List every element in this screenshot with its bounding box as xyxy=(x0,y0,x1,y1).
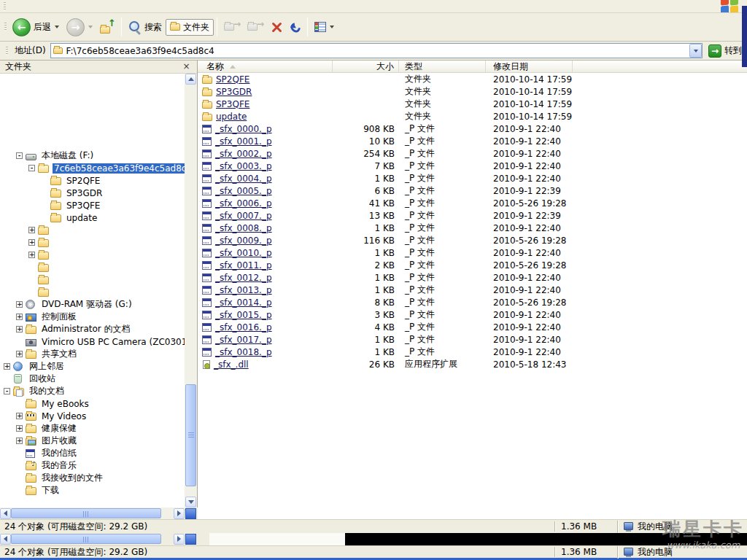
address-input[interactable]: F:\7c6eb58ceae3a63f9e4c5ad8c4 xyxy=(50,43,703,58)
expand-toggle[interactable] xyxy=(16,326,23,332)
folders-button[interactable]: 文件夹 xyxy=(166,19,214,36)
copy-to-button[interactable]: → xyxy=(244,19,267,35)
tree-item[interactable]: DVD-RAM 驱动器 (G:) xyxy=(0,298,185,311)
expand-toggle[interactable] xyxy=(16,314,23,320)
column-header-name[interactable]: 名称 xyxy=(198,61,333,72)
back-button[interactable]: ← 后退 xyxy=(9,17,63,38)
file-name-link[interactable]: _sfx_0018._p xyxy=(215,347,272,357)
file-row[interactable]: _sfx_0007._p 13 KB _P 文件 2010-9-1 22:39 xyxy=(198,209,747,222)
tree-item[interactable]: 图片收藏 xyxy=(0,435,185,447)
scroll-thumb[interactable] xyxy=(185,384,196,486)
tree-item[interactable] xyxy=(0,273,185,286)
expand-toggle[interactable] xyxy=(4,388,10,394)
tree-item[interactable] xyxy=(0,261,185,273)
tree-item[interactable]: My Videos xyxy=(0,410,185,422)
tree-item[interactable]: 共享文档 xyxy=(0,348,185,360)
move-to-button[interactable]: → xyxy=(220,19,244,35)
file-row[interactable]: _sfx_0013._p 1 KB _P 文件 2010-9-1 22:40 xyxy=(198,284,747,296)
expand-toggle[interactable] xyxy=(16,351,23,357)
file-row[interactable]: _sfx_0018._p 1 KB _P 文件 2010-9-1 22:40 xyxy=(198,346,747,358)
file-name-link[interactable]: SP3GDR xyxy=(216,87,252,97)
file-name-link[interactable]: SP2QFE xyxy=(216,74,249,85)
expand-toggle[interactable] xyxy=(16,301,23,308)
file-name-link[interactable]: _sfx_0012._p xyxy=(215,273,272,283)
tree-item[interactable]: Administrator 的文档 xyxy=(0,323,185,335)
file-row[interactable]: _sfx_0002._p 254 KB _P 文件 2010-9-1 22:40 xyxy=(198,147,747,160)
file-row[interactable]: update 文件夹 2010-10-14 17:59 xyxy=(198,110,747,122)
file-name-link[interactable]: _sfx_0003._p xyxy=(215,161,272,171)
column-header-size[interactable]: 大小 xyxy=(333,61,399,72)
file-row[interactable]: _sfx_0016._p 4 KB _P 文件 2010-9-1 22:40 xyxy=(198,321,747,333)
file-name-link[interactable]: SP3QFE xyxy=(216,99,249,109)
file-name-link[interactable]: _sfx_0005._p xyxy=(215,186,272,196)
file-name-link[interactable]: _sfx_0002._p xyxy=(215,149,272,159)
file-row[interactable]: _sfx_0005._p 6 KB _P 文件 2010-9-1 22:39 xyxy=(198,184,747,197)
tree-horizontal-scrollbar[interactable] xyxy=(0,508,198,519)
close-folders-icon[interactable] xyxy=(181,62,192,72)
file-row[interactable]: _sfx_0003._p 7 KB _P 文件 2010-9-1 22:40 xyxy=(198,160,747,172)
address-dropdown-button[interactable] xyxy=(689,44,702,58)
views-button[interactable] xyxy=(311,20,338,34)
tree-item[interactable] xyxy=(0,224,185,236)
file-row[interactable]: _sfx_0015._p 3 KB _P 文件 2010-9-1 22:40 xyxy=(198,308,747,321)
menu-item[interactable] xyxy=(34,6,47,7)
up-button[interactable]: ↑ xyxy=(96,19,118,35)
file-row[interactable]: _sfx_0004._p 1 KB _P 文件 2010-9-1 22:40 xyxy=(198,172,747,184)
file-name-link[interactable]: _sfx_0014._p xyxy=(215,298,272,308)
column-header-date[interactable]: 修改日期 xyxy=(486,61,573,72)
scroll-left-button[interactable] xyxy=(0,508,11,519)
expand-toggle[interactable] xyxy=(16,152,23,159)
search-button[interactable]: 搜索 xyxy=(125,19,166,35)
tree-item[interactable]: 我的文档 xyxy=(0,385,185,397)
file-name-link[interactable]: _sfx_0011._p xyxy=(215,260,272,271)
tree-item[interactable]: update xyxy=(0,211,185,224)
tree-item[interactable]: 我接收到的文件 xyxy=(0,472,185,484)
file-name-link[interactable]: _sfx_0017._p xyxy=(215,335,272,345)
file-name-link[interactable]: update xyxy=(216,112,247,122)
views-dropdown-icon[interactable] xyxy=(330,26,334,28)
back-dropdown-icon[interactable] xyxy=(55,26,59,28)
tree-item[interactable] xyxy=(0,249,185,261)
file-row[interactable]: _sfx_0012._p 1 KB _P 文件 2010-9-1 22:40 xyxy=(198,271,747,284)
file-name-link[interactable]: _sfx_0008._p xyxy=(215,223,272,233)
delete-button[interactable] xyxy=(267,20,287,35)
menu-item[interactable] xyxy=(8,6,21,7)
column-header-type[interactable]: 类型 xyxy=(399,61,486,72)
tree-item[interactable]: 我的音乐 xyxy=(0,459,185,472)
file-row[interactable]: SP3GDR 文件夹 2010-10-14 17:59 xyxy=(198,85,747,98)
file-name-link[interactable]: _sfx_0001._p xyxy=(215,136,272,147)
file-row[interactable]: _sfx_0008._p 1 KB _P 文件 2010-9-1 22:40 xyxy=(198,222,747,234)
tree-item[interactable]: 下载 xyxy=(0,484,185,497)
file-name-link[interactable]: _sfx_.dll xyxy=(214,359,249,370)
file-row[interactable]: _sfx_0009._p 116 KB _P 文件 2010-5-26 19:2… xyxy=(198,234,747,246)
expand-toggle[interactable] xyxy=(28,227,35,233)
undo-button[interactable] xyxy=(287,20,304,34)
menu-item[interactable] xyxy=(47,6,61,7)
tree-item[interactable] xyxy=(0,236,185,249)
tree-item[interactable]: 健康保健 xyxy=(0,422,185,435)
file-row[interactable]: _sfx_0014._p 8 KB _P 文件 2010-5-26 19:28 xyxy=(198,296,747,308)
expand-toggle[interactable] xyxy=(4,363,10,370)
file-name-link[interactable]: _sfx_0009._p xyxy=(215,236,272,246)
file-row[interactable]: _sfx_0006._p 41 KB _P 文件 2010-5-26 19:28 xyxy=(198,197,747,209)
tree-item[interactable]: My eBooks xyxy=(0,397,185,410)
expand-toggle[interactable] xyxy=(28,239,35,246)
file-name-link[interactable]: _sfx_0016._p xyxy=(215,322,272,332)
tree-item[interactable]: 7c6eb58ceae3a63f9e4c5ad8c4 xyxy=(0,162,185,174)
file-name-link[interactable]: _sfx_0013._p xyxy=(215,285,272,295)
file-row[interactable]: _sfx_0000._p 908 KB _P 文件 2010-9-1 22:40 xyxy=(198,122,747,135)
tree-item[interactable]: 本地磁盘 (F:) xyxy=(0,149,185,162)
menu-item[interactable] xyxy=(74,6,87,7)
tree-item[interactable]: 网上邻居 xyxy=(0,360,185,373)
menu-item[interactable] xyxy=(21,6,34,7)
tree-item[interactable]: Vimicro USB PC Camera (ZC0301PL) xyxy=(0,335,185,348)
expand-toggle[interactable] xyxy=(16,425,23,432)
tree-item[interactable]: SP3GDR xyxy=(0,187,185,199)
go-button[interactable]: → 转到 xyxy=(707,44,743,58)
expand-toggle[interactable] xyxy=(16,413,23,419)
file-name-link[interactable]: _sfx_0006._p xyxy=(215,198,272,209)
expand-toggle[interactable] xyxy=(28,252,35,258)
file-row[interactable]: _sfx_0001._p 10 KB _P 文件 2010-9-1 22:40 xyxy=(198,135,747,147)
forward-button[interactable]: → xyxy=(63,17,96,38)
tree-vertical-scrollbar[interactable] xyxy=(185,74,197,508)
